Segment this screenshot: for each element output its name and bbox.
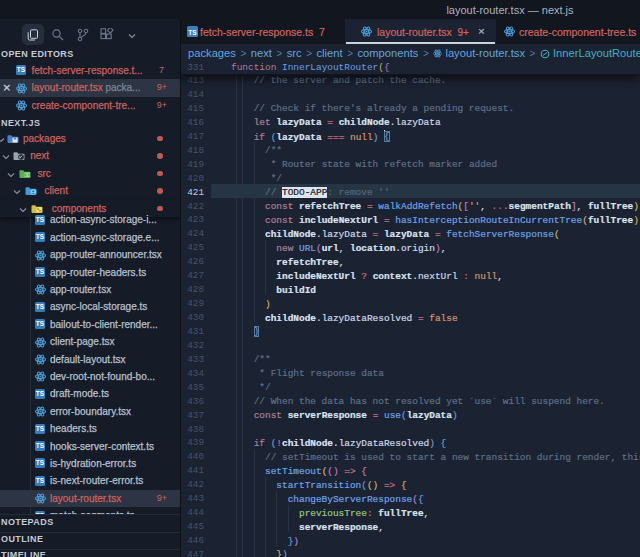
svg-text:TS: TS <box>188 29 197 36</box>
